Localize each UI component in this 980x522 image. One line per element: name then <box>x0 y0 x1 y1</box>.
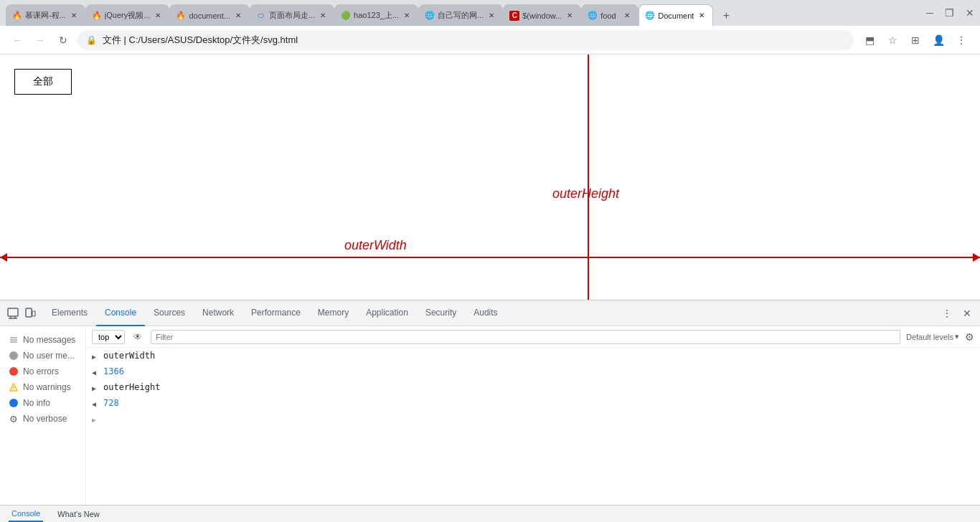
tab-3-icon: 🔥 <box>176 11 186 21</box>
sidebar-item-warnings-label: No warnings <box>23 382 71 392</box>
sidebar-item-verbose[interactable]: ⚙ No verbose <box>0 411 85 427</box>
devtools-close-icon[interactable]: ✕ <box>960 306 974 321</box>
tab-7-icon: C <box>509 11 519 21</box>
tab-6-close[interactable]: ✕ <box>486 11 496 21</box>
tab-5-close[interactable]: ✕ <box>402 11 412 21</box>
tab-4-icon: ⬭ <box>256 11 266 21</box>
sidebar-item-info-label: No info <box>23 398 50 408</box>
tab-3-close[interactable]: ✕ <box>233 11 243 21</box>
console-entry-outerwidth-label: ▶ outerWidth <box>86 348 980 364</box>
page-content: 全部 outerWidth outerHeight <box>0 54 980 300</box>
tab-2-icon: 🔥 <box>92 11 102 21</box>
user-messages-icon <box>9 351 19 361</box>
tab-7-close[interactable]: ✕ <box>565 11 575 21</box>
devtools-action-icons: ⋮ ✕ <box>940 306 974 321</box>
svg-rect-12 <box>32 311 35 316</box>
console-toolbar: top 👁 Default levels ▾ ⚙ <box>86 326 980 348</box>
tab-3[interactable]: 🔥 document... ✕ <box>169 4 249 26</box>
sidebar-item-errors-label: No errors <box>23 366 59 376</box>
console-context-select[interactable]: top <box>92 330 125 344</box>
cast-icon[interactable]: ⬒ <box>859 30 880 50</box>
tab-4[interactable]: ⬭ 页面布局走... ✕ <box>250 4 334 26</box>
collapse-arrow-outerheight[interactable]: ◀ <box>92 398 96 411</box>
sidebar-item-errors[interactable]: No errors <box>0 364 85 379</box>
bottom-tab-console[interactable]: Console <box>9 506 43 522</box>
console-settings-icon[interactable]: ⚙ <box>965 331 974 343</box>
svg-marker-4 <box>973 253 980 262</box>
collapse-arrow-outerwidth[interactable]: ◀ <box>92 366 96 379</box>
tab-1-icon: 🔥 <box>12 11 22 21</box>
outerwidth-value-text: 1366 <box>103 365 124 378</box>
sidebar-item-verbose-label: No verbose <box>23 414 67 424</box>
svg-text:outerHeight: outerHeight <box>552 186 620 201</box>
tab-application[interactable]: Application <box>357 300 417 326</box>
menu-icon[interactable]: ⋮ <box>951 30 971 50</box>
tab-memory[interactable]: Memory <box>309 300 357 326</box>
tab-4-close[interactable]: ✕ <box>318 11 328 21</box>
all-button[interactable]: 全部 <box>14 69 72 95</box>
tab-4-title: 页面布局走... <box>269 10 315 21</box>
tab-1[interactable]: 🔥 慕课网-程... ✕ <box>6 4 85 26</box>
tab-9[interactable]: 🌐 Document ✕ <box>639 4 713 26</box>
tab-3-title: document... <box>189 11 230 20</box>
devtools-body: No messages No user me... No errors <box>0 326 980 505</box>
tab-2-close[interactable]: ✕ <box>153 11 163 21</box>
errors-icon <box>9 366 19 376</box>
bookmark-icon[interactable]: ☆ <box>882 30 903 50</box>
tab-elements[interactable]: Elements <box>43 300 96 326</box>
window-controls: ─ ❒ ✕ <box>926 7 974 19</box>
svg-text:outerWidth: outerWidth <box>344 238 407 252</box>
tab-2[interactable]: 🔥 jQuery视频... ✕ <box>85 4 170 26</box>
toolbar-icons: ⬒ ☆ ⊞ 👤 ⋮ <box>859 30 971 50</box>
tab-5[interactable]: 🟢 hao123_上... ✕ <box>334 4 418 26</box>
tab-audits[interactable]: Audits <box>465 300 506 326</box>
sidebar-item-messages-label: No messages <box>23 335 75 345</box>
sidebar-item-messages[interactable]: No messages <box>0 332 85 348</box>
back-button[interactable]: ← <box>9 32 26 49</box>
url-text: 文件 | C:/Users/ASUS/Desktop/文件夹/svg.html <box>103 34 298 47</box>
tab-security[interactable]: Security <box>417 300 465 326</box>
url-bar[interactable]: 🔒 文件 | C:/Users/ASUS/Desktop/文件夹/svg.htm… <box>77 30 854 50</box>
device-toolbar-icon[interactable] <box>23 306 37 321</box>
info-icon <box>9 398 19 408</box>
verbose-icon: ⚙ <box>9 414 19 424</box>
outerwidth-label-text: outerWidth <box>103 349 155 362</box>
tab-sources[interactable]: Sources <box>145 300 194 326</box>
forward-button[interactable]: → <box>32 32 49 49</box>
tab-8[interactable]: 🌐 food ✕ <box>581 4 639 26</box>
tab-console[interactable]: Console <box>96 300 145 326</box>
bottom-tab-whatsnew[interactable]: What's New <box>55 506 102 522</box>
tab-6-icon: 🌐 <box>425 11 435 21</box>
tab-performance[interactable]: Performance <box>242 300 309 326</box>
default-levels-button[interactable]: Default levels ▾ <box>906 332 959 341</box>
devtools-sidebar: No messages No user me... No errors <box>0 326 86 505</box>
sidebar-item-warnings[interactable]: No warnings <box>0 379 85 395</box>
inspect-element-icon[interactable] <box>6 306 20 321</box>
console-filter-input[interactable] <box>151 330 900 344</box>
eye-icon[interactable]: 👁 <box>131 330 145 344</box>
page-diagram-svg: outerWidth outerHeight <box>0 54 980 300</box>
tab-6[interactable]: 🌐 自己写的网... ✕ <box>418 4 503 26</box>
customize-chrome-icon[interactable]: ⊞ <box>905 30 925 50</box>
refresh-button[interactable]: ↻ <box>55 32 72 49</box>
devtools-settings-icon[interactable]: ⋮ <box>940 306 954 321</box>
tab-8-close[interactable]: ✕ <box>622 11 632 21</box>
tab-8-title: food <box>600 11 619 20</box>
sidebar-item-user-messages[interactable]: No user me... <box>0 348 85 364</box>
close-button[interactable]: ✕ <box>966 7 974 19</box>
expand-arrow-outerwidth[interactable]: ▶ <box>92 351 96 364</box>
tab-1-close[interactable]: ✕ <box>69 11 79 21</box>
tab-7[interactable]: C $(window... ✕ <box>503 4 581 26</box>
maximize-button[interactable]: ❒ <box>945 7 954 19</box>
tab-9-close[interactable]: ✕ <box>697 11 707 21</box>
expand-arrow-outerheight[interactable]: ▶ <box>92 382 96 395</box>
minimize-button[interactable]: ─ <box>926 7 933 19</box>
warnings-icon <box>9 382 19 392</box>
new-tab-button[interactable]: + <box>716 6 736 26</box>
console-entry-prompt: ▶ <box>86 411 980 414</box>
profile-icon[interactable]: 👤 <box>928 30 948 50</box>
sidebar-item-info[interactable]: No info <box>0 395 85 411</box>
svg-marker-3 <box>0 253 7 262</box>
outerheight-label-text: outerHeight <box>103 381 160 394</box>
tab-network[interactable]: Network <box>194 300 242 326</box>
